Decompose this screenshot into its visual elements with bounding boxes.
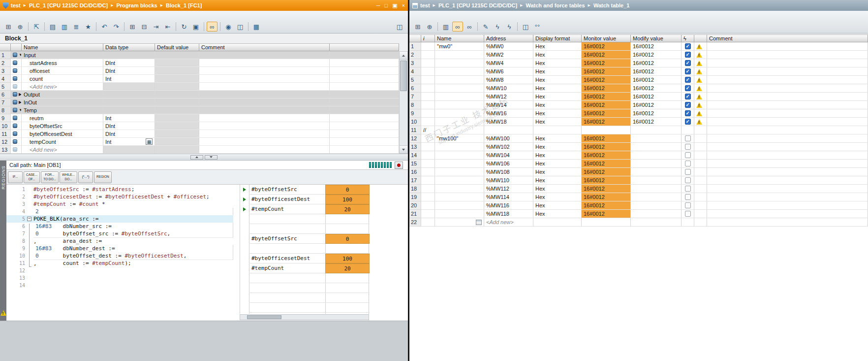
breadcrumb-item[interactable]: Program blocks (117, 2, 157, 8)
show-columns-icon[interactable]: °° (532, 22, 543, 32)
modify-value-cell[interactable]: 16#0012 (631, 76, 682, 84)
modify-checkbox[interactable] (685, 94, 691, 99)
display-format-cell[interactable]: Hex (533, 59, 582, 67)
call-environment-icon[interactable]: ◫ (235, 22, 246, 32)
splitter-collapse-down-icon[interactable] (205, 155, 217, 160)
modify-checkbox[interactable] (685, 110, 691, 116)
scrollbar-thumb[interactable] (400, 61, 407, 91)
display-format-cell[interactable] (533, 126, 582, 134)
block-properties-icon[interactable]: ▦ (251, 22, 262, 32)
watch-table-row[interactable]: 15%MW106Hex16#0012 (409, 160, 868, 168)
dock-button[interactable]: ▣ (392, 2, 397, 9)
tag-name-cell[interactable] (435, 84, 484, 93)
modify-checkbox[interactable] (685, 119, 691, 125)
address-cell[interactable] (484, 126, 533, 134)
comment-cell[interactable] (199, 122, 330, 130)
add-row-icon[interactable]: ⊕ (15, 22, 26, 32)
watch-table-row[interactable]: 22<Add new> (409, 218, 868, 227)
address-cell[interactable]: %MW16 (484, 109, 533, 118)
scroll-down-icon[interactable] (400, 145, 407, 153)
open-parent-block-icon[interactable]: ⇱ (31, 22, 42, 32)
monitor-all-icon[interactable]: ∞ (452, 22, 463, 32)
indent-icon[interactable]: ⇥ (151, 22, 161, 32)
name-cell[interactable]: byteOfficesetDest (22, 130, 103, 138)
watch-table-row[interactable]: 5%MW8Hex16#001216#0012 (409, 76, 868, 84)
watch-table-row[interactable]: 21%MW118Hex16#0012 (409, 210, 868, 218)
tag-name-cell[interactable] (435, 67, 484, 76)
address-cell[interactable]: %MW8 (484, 76, 533, 84)
interface-row[interactable]: 11byteOfficesetDestDInt (0, 130, 399, 138)
interface-row[interactable]: 8▼Temp (0, 106, 399, 114)
comment-cell[interactable] (707, 126, 868, 134)
datatype-cell[interactable]: Int▦ (103, 138, 155, 146)
regions-sidebar[interactable]: REGIONS (0, 161, 6, 321)
modify-enable-cell[interactable] (682, 42, 694, 51)
modify-checkbox[interactable] (685, 77, 691, 83)
tag-name-cell[interactable] (435, 193, 484, 201)
comment-cell[interactable] (707, 42, 868, 51)
modify-checkbox[interactable] (685, 102, 691, 108)
interface-row[interactable]: 4countInt (0, 75, 399, 83)
insert-row-icon[interactable]: ⊞ (3, 22, 14, 32)
display-format-cell[interactable]: Hex (533, 101, 582, 109)
modify-enable-cell[interactable] (682, 151, 694, 160)
name-cell[interactable]: officeset (22, 67, 103, 75)
modify-checkbox[interactable] (685, 135, 691, 141)
editor-splitter[interactable] (0, 154, 408, 161)
display-format-cell[interactable]: Hex (533, 84, 582, 93)
add-row-icon[interactable]: ⊕ (424, 22, 435, 32)
display-format-cell[interactable]: Hex (533, 210, 582, 218)
modify-checkbox[interactable] (685, 144, 691, 150)
code-line[interactable]: 7 byteOffset_src := #byteOffsetSrc, (6, 230, 233, 237)
modify-checkbox[interactable] (685, 211, 691, 217)
code-line[interactable]: 10 byteOffset_dest := #byteOfficesetDest… (6, 252, 233, 260)
interface-row[interactable]: 6▶Output (0, 91, 399, 98)
tag-name-cell[interactable] (435, 218, 484, 227)
address-cell[interactable]: %MW100 (484, 134, 533, 143)
watch-table-row[interactable]: 17%MW110Hex16#0012 (409, 176, 868, 185)
display-format-cell[interactable]: Hex (533, 201, 582, 210)
modify-enable-cell[interactable] (682, 201, 694, 210)
watch-table-row[interactable]: 13%MW102Hex16#0012 (409, 143, 868, 151)
tag-name-cell[interactable] (435, 201, 484, 210)
address-cell[interactable]: <Add new> (484, 218, 533, 227)
address-cell[interactable]: %MW6 (484, 67, 533, 76)
comment-cell[interactable] (707, 185, 868, 193)
favorites-toggle-icon[interactable]: ★ (83, 22, 93, 32)
comment-cell[interactable] (707, 143, 868, 151)
display-format-cell[interactable]: Hex (533, 143, 582, 151)
modify-value-cell[interactable]: 16#0012 (631, 59, 682, 67)
watch-table-row[interactable]: 4%MW6Hex16#001216#0012 (409, 67, 868, 76)
tag-name-cell[interactable] (435, 185, 484, 193)
modify-enable-cell[interactable] (682, 118, 694, 126)
modify-value-cell[interactable] (631, 134, 682, 143)
name-cell[interactable]: byteOffsetSrc (22, 122, 103, 130)
modify-value-cell[interactable]: 16#0012 (631, 84, 682, 93)
modify-enable-cell[interactable] (682, 76, 694, 84)
display-format-cell[interactable]: Hex (533, 151, 582, 160)
name-cell[interactable]: <Add new> (22, 83, 103, 91)
watch-table-row[interactable]: 10%MW18Hex16#001216#0012 (409, 118, 868, 126)
compile-icon[interactable]: ▣ (190, 22, 201, 32)
comment-cell[interactable] (707, 84, 868, 93)
breadcrumb-item[interactable]: PLC_1 [CPU 1215C DC/DC/DC] (29, 2, 108, 8)
interface-row[interactable]: 3officesetDInt (0, 67, 399, 75)
datatype-cell[interactable]: Int (103, 75, 155, 83)
tag-name-cell[interactable] (435, 210, 484, 218)
watch-table-row[interactable]: 6%MW10Hex16#001216#0012 (409, 84, 868, 93)
display-format-cell[interactable]: Hex (533, 185, 582, 193)
monitoring-glasses-icon[interactable]: ∞ (207, 22, 217, 32)
insert-row-icon[interactable]: ⊞ (412, 22, 423, 32)
display-format-cell[interactable]: Hex (533, 76, 582, 84)
tag-name-cell[interactable] (435, 76, 484, 84)
comment-cell[interactable] (707, 210, 868, 218)
snippet-button[interactable]: CASE... OF... (24, 171, 40, 183)
display-format-cell[interactable]: Hex (533, 51, 582, 59)
undo-icon[interactable]: ↶ (99, 22, 110, 32)
datatype-browse-button[interactable]: ▦ (146, 138, 153, 145)
modify-value-cell[interactable] (631, 143, 682, 151)
interface-row[interactable]: 12tempCountInt▦ (0, 138, 399, 146)
snippet-button[interactable]: REGION (94, 171, 112, 183)
datatype-cell[interactable]: Int (103, 114, 155, 122)
comment-cell[interactable] (707, 168, 868, 176)
